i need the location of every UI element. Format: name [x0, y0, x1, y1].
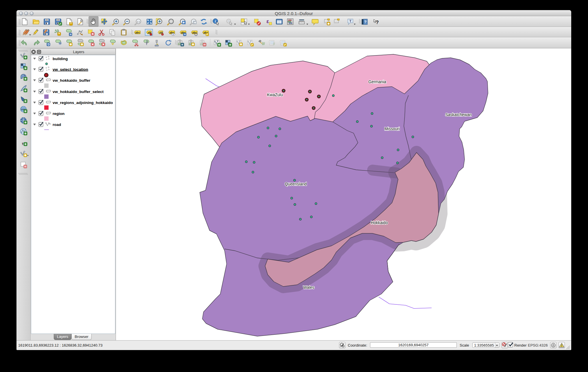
svg-text:,: , — [21, 137, 23, 146]
svg-text:vw_hokkaido_buffer: vw_hokkaido_buffer — [53, 78, 90, 83]
svg-text:Wales: Wales — [303, 285, 314, 290]
svg-text:vw_regions_adjoining_hokkaido: vw_regions_adjoining_hokkaido — [53, 101, 113, 105]
svg-text:Saskatchewan: Saskatchewan — [445, 112, 471, 117]
svg-text:vw_select_location: vw_select_location — [53, 67, 88, 72]
svg-text:KwaZulu: KwaZulu — [267, 92, 283, 97]
svg-text:region: region — [53, 111, 64, 116]
svg-text:Missouri: Missouri — [384, 127, 400, 131]
svg-text:building: building — [53, 57, 68, 61]
svg-text:?: ? — [364, 20, 367, 24]
svg-text:Layers: Layers — [73, 50, 84, 54]
svg-text:1:1: 1:1 — [137, 21, 140, 23]
svg-text:*: * — [58, 32, 60, 36]
svg-text:Queensland: Queensland — [285, 182, 307, 186]
svg-text:abc: abc — [192, 31, 197, 34]
svg-text:road: road — [53, 122, 61, 127]
svg-text:T: T — [350, 19, 352, 23]
svg-text:*: * — [70, 22, 72, 26]
svg-text:Germania: Germania — [368, 79, 386, 84]
svg-text:abc: abc — [135, 31, 140, 34]
svg-text:?: ? — [376, 20, 379, 25]
svg-text:ε: ε — [267, 18, 269, 24]
svg-text:Hokkaido: Hokkaido — [371, 220, 388, 225]
svg-text:vw_hokkaido_buffer_select: vw_hokkaido_buffer_select — [53, 90, 104, 94]
